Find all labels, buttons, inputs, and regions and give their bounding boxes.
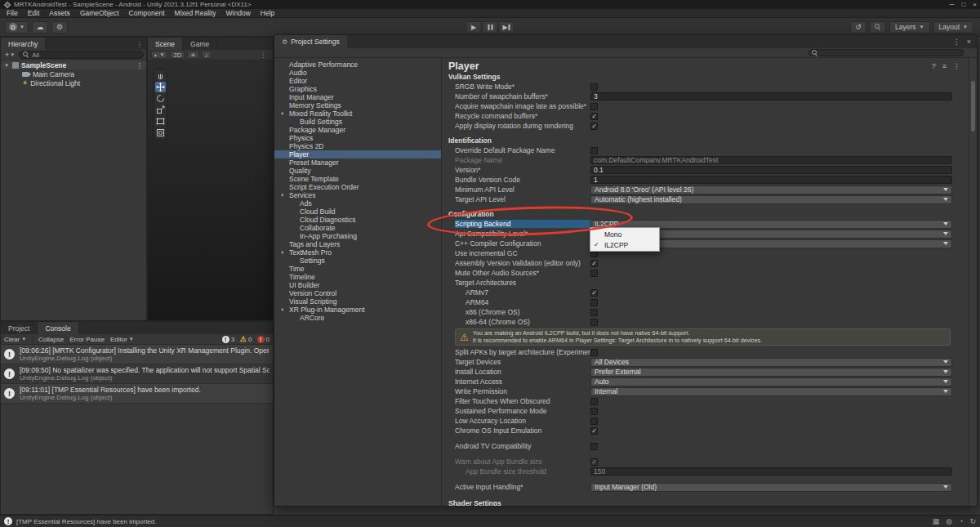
hierarchy-scene-row[interactable]: ▼ SampleScene ⋮ bbox=[1, 60, 146, 69]
play-button[interactable]: ▶ bbox=[466, 21, 482, 33]
settings-category-services[interactable]: ▼Services bbox=[274, 191, 441, 199]
scrollbar-thumb[interactable] bbox=[971, 81, 975, 132]
settings-category-tags-and-layers[interactable]: Tags and Layers bbox=[274, 240, 441, 248]
settings-category-arcore[interactable]: ARCore bbox=[274, 314, 441, 322]
settings-category-timeline[interactable]: Timeline bbox=[274, 273, 441, 281]
info-count-toggle[interactable]: !3 bbox=[222, 336, 234, 343]
settings-category-input-manager[interactable]: Input Manager bbox=[274, 93, 441, 101]
lighting-toggle[interactable]: ☀ bbox=[187, 51, 199, 59]
move-tool-button[interactable] bbox=[155, 82, 166, 92]
menu-file[interactable]: File bbox=[2, 9, 23, 17]
warning-count-toggle[interactable]: ⚠0 bbox=[239, 336, 252, 343]
collapse-toggle[interactable]: Collapse bbox=[38, 336, 64, 343]
settings-category-scene-template[interactable]: Scene Template bbox=[274, 175, 441, 183]
step-button[interactable]: ▶ bbox=[499, 21, 514, 33]
hierarchy-item-directional-light[interactable]: ☀Directional Light bbox=[1, 78, 146, 87]
settings-category-settings[interactable]: Settings bbox=[274, 257, 441, 265]
version-field[interactable]: 0.1 bbox=[590, 166, 952, 174]
recycle-command-buffers-checkbox[interactable]: ✓ bbox=[590, 113, 598, 120]
tab-hierarchy[interactable]: Hierarchy bbox=[1, 38, 46, 50]
menu-mixed-reality[interactable]: Mixed Reality bbox=[170, 9, 221, 17]
menu-window[interactable]: Window bbox=[221, 9, 256, 17]
foldout-icon[interactable]: ▼ bbox=[4, 63, 10, 68]
rect-tool-button[interactable] bbox=[155, 116, 166, 127]
settings-category-ads[interactable]: Ads bbox=[274, 199, 441, 208]
popup-option-mono[interactable]: Mono bbox=[590, 229, 659, 239]
settings-category-cloud-build[interactable]: Cloud Build bbox=[274, 208, 441, 216]
number-of-swapchain-buffers-field[interactable]: 3 bbox=[590, 92, 952, 100]
panel-menu-icon[interactable]: ⋮ bbox=[257, 51, 270, 59]
error-pause-toggle[interactable]: Error Pause bbox=[69, 336, 105, 343]
error-count-toggle[interactable]: !0 bbox=[257, 336, 270, 343]
bundle-version-code-field[interactable]: 1 bbox=[590, 176, 952, 184]
hand-tool-button[interactable] bbox=[155, 70, 166, 81]
scale-tool-button[interactable] bbox=[155, 105, 166, 115]
transform-tool-button[interactable] bbox=[155, 127, 166, 138]
package-name-field[interactable]: com.DefaultCompany.MRTKAndroidTest bbox=[590, 156, 952, 164]
settings-category-mixed-reality-toolkit[interactable]: ▼Mixed Reality Toolkit bbox=[274, 109, 441, 118]
menu-gameobject[interactable]: GameObject bbox=[75, 9, 124, 17]
settings-scrollbar[interactable] bbox=[969, 58, 977, 506]
scene-viewport[interactable] bbox=[148, 60, 273, 320]
override-default-package-name-checkbox[interactable] bbox=[590, 147, 598, 154]
tab-game[interactable]: Game bbox=[183, 38, 217, 50]
settings-category-physics[interactable]: Physics bbox=[274, 134, 441, 142]
android-tv-compatibility-checkbox[interactable] bbox=[590, 443, 598, 450]
window-menu-icon[interactable]: ⋮ bbox=[953, 38, 960, 46]
foldout-icon[interactable]: ▼ bbox=[280, 111, 284, 116]
apply-display-rotation-during-rendering-checkbox[interactable]: ✓ bbox=[590, 123, 598, 130]
acquire-swapchain-image-late-as-possible-checkbox[interactable] bbox=[590, 103, 598, 110]
menu-assets[interactable]: Assets bbox=[44, 9, 75, 17]
tab-console[interactable]: Console bbox=[38, 322, 78, 334]
settings-category-physics-2d[interactable]: Physics 2D bbox=[274, 142, 441, 150]
pause-button[interactable] bbox=[483, 21, 498, 33]
settings-category-ui-builder[interactable]: UI Builder bbox=[274, 281, 441, 289]
warn-about-app-bundle-size-checkbox[interactable]: ✓ bbox=[590, 458, 598, 466]
target-api-level-dropdown[interactable]: Automatic (highest installed) bbox=[590, 195, 952, 204]
settings-category-memory-settings[interactable]: Memory Settings bbox=[274, 101, 441, 109]
services-button[interactable]: ⚙ bbox=[51, 21, 68, 33]
settings-category-xr-plug-in-management[interactable]: ▼XR Plug-in Management bbox=[274, 306, 441, 314]
settings-category-textmesh-pro[interactable]: ▼TextMesh Pro bbox=[274, 248, 441, 257]
target-devices-dropdown[interactable]: All Devices bbox=[590, 358, 952, 367]
arm64-checkbox[interactable] bbox=[590, 299, 598, 306]
2d-toggle[interactable]: 2D bbox=[170, 51, 185, 59]
hierarchy-search-input[interactable]: All bbox=[19, 51, 144, 59]
assembly-version-validation-editor-only-checkbox[interactable]: ✓ bbox=[590, 260, 598, 267]
menu-help[interactable]: Help bbox=[256, 9, 279, 17]
low-accuracy-location-checkbox[interactable] bbox=[590, 418, 598, 425]
layout-dropdown[interactable]: Layout▼ bbox=[933, 21, 973, 33]
status-message[interactable]: [TMP Essential Resources] have been impo… bbox=[16, 518, 157, 525]
layers-dropdown[interactable]: Layers▼ bbox=[889, 21, 929, 33]
tab-project-settings[interactable]: ⚙ Project Settings bbox=[274, 35, 347, 48]
internet-access-dropdown[interactable]: Auto bbox=[590, 377, 952, 386]
app-bundle-size-threshold-field[interactable]: 150 bbox=[590, 467, 952, 476]
foldout-icon[interactable]: ▼ bbox=[280, 307, 284, 312]
console-log-entry[interactable]: ![09:11:01] [TMP Essential Resources] ha… bbox=[1, 384, 273, 404]
settings-category-build-settings[interactable]: Build Settings bbox=[274, 118, 441, 126]
undo-history-button[interactable]: ↺ bbox=[850, 21, 866, 33]
foldout-icon[interactable]: ▼ bbox=[280, 193, 284, 198]
context-menu-icon[interactable]: ⋮ bbox=[953, 62, 960, 70]
srgb-write-mode-checkbox[interactable] bbox=[590, 83, 598, 91]
preset-icon[interactable]: ≡ bbox=[942, 62, 947, 70]
filter-touches-when-obscured-checkbox[interactable] bbox=[590, 398, 598, 405]
settings-category-package-manager[interactable]: Package Manager bbox=[274, 126, 441, 134]
x86-64-chrome-os-checkbox[interactable] bbox=[590, 319, 598, 326]
console-log-entry[interactable]: ![09:06:26] [MRTK Configurator] Installi… bbox=[1, 345, 273, 364]
account-button[interactable]: D ▼ bbox=[5, 21, 29, 33]
settings-category-version-control[interactable]: Version Control bbox=[274, 289, 441, 297]
settings-category-time[interactable]: Time bbox=[274, 265, 441, 273]
clear-button[interactable]: Clear▼ bbox=[4, 336, 26, 343]
settings-category-script-execution-order[interactable]: Script Execution Order bbox=[274, 183, 441, 191]
sustained-performance-mode-checkbox[interactable] bbox=[590, 408, 598, 415]
settings-category-adaptive-performance[interactable]: Adaptive Performance bbox=[274, 60, 441, 69]
settings-category-visual-scripting[interactable]: Visual Scripting bbox=[274, 297, 441, 306]
minimum-api-level-dropdown[interactable]: Android 8.0 'Oreo' (API level 26) bbox=[590, 185, 952, 194]
record-icon[interactable]: ◍ bbox=[946, 517, 952, 525]
settings-search-input[interactable] bbox=[808, 49, 964, 56]
tab-scene[interactable]: Scene bbox=[148, 38, 183, 50]
armv7-checkbox[interactable]: ✓ bbox=[590, 289, 598, 297]
settings-category-preset-manager[interactable]: Preset Manager bbox=[274, 159, 441, 167]
settings-category-cloud-diagnostics[interactable]: Cloud Diagnostics bbox=[274, 216, 441, 224]
